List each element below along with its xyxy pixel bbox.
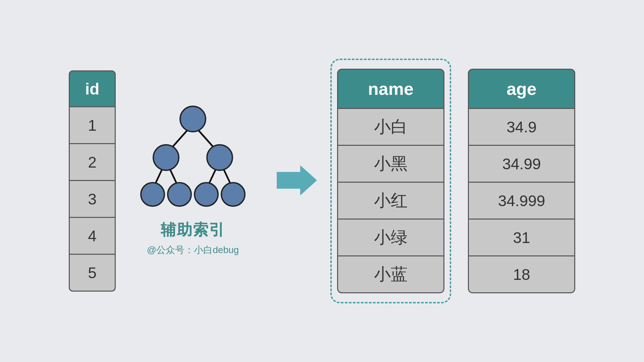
tree-sublabel: @公众号：小白debug [147, 244, 239, 256]
id-cell-2: 2 [69, 144, 116, 181]
svg-point-9 [141, 183, 164, 206]
name-column: name 小白 小黑 小红 小绿 小蓝 [337, 69, 444, 293]
arrow-icon [277, 165, 317, 195]
id-cell-3: 3 [69, 181, 116, 218]
age-cell-4: 31 [468, 220, 575, 256]
svg-marker-13 [277, 165, 317, 195]
age-column: age 34.9 34.99 34.999 31 18 [468, 69, 575, 293]
name-cell-2: 小黑 [337, 146, 444, 183]
id-cell-4: 4 [69, 218, 116, 255]
tree-svg [139, 106, 247, 216]
age-header: age [468, 69, 575, 109]
tree-diagram [139, 106, 247, 216]
svg-point-10 [168, 183, 191, 206]
middle-section: 辅助索引 @公众号：小白debug [139, 106, 247, 256]
id-column: id 1 2 3 4 5 [69, 70, 116, 292]
id-header: id [69, 70, 116, 107]
tree-label: 辅助索引 [161, 220, 225, 240]
id-cell-5: 5 [69, 255, 116, 292]
svg-point-12 [221, 183, 245, 206]
arrow-container [277, 165, 317, 197]
name-cell-4: 小绿 [337, 220, 444, 256]
svg-point-7 [153, 145, 179, 170]
name-cell-1: 小白 [337, 109, 444, 146]
name-cell-5: 小蓝 [337, 256, 444, 293]
age-cell-5: 18 [468, 256, 575, 293]
main-container: id 1 2 3 4 5 [69, 69, 575, 293]
svg-point-11 [195, 183, 218, 206]
name-cell-3: 小红 [337, 183, 444, 220]
age-cell-1: 34.9 [468, 109, 575, 146]
svg-point-6 [180, 106, 206, 132]
age-cell-2: 34.99 [468, 146, 575, 183]
name-header: name [337, 69, 444, 109]
age-cell-3: 34.999 [468, 183, 575, 220]
svg-point-8 [207, 145, 232, 170]
id-cell-1: 1 [69, 107, 116, 144]
